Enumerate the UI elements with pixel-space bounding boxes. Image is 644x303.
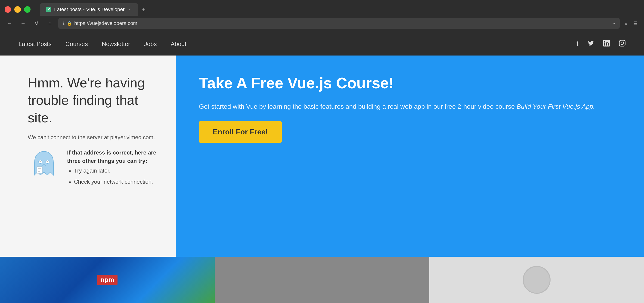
- instagram-icon[interactable]: [619, 40, 626, 48]
- error-subtext: We can't connect to the server at player…: [28, 133, 162, 142]
- facebook-icon[interactable]: f: [576, 40, 578, 48]
- error-illustration: [28, 148, 60, 181]
- maximize-traffic-light[interactable]: [24, 6, 30, 13]
- url-display: https://vuejsdevelopers.com: [74, 20, 609, 26]
- hamburger-menu-button[interactable]: ☰: [632, 19, 639, 28]
- address-bar-menu[interactable]: ···: [612, 21, 615, 26]
- thumbnail-mid: [215, 257, 429, 303]
- error-list: Try again later. Check your network conn…: [74, 165, 162, 187]
- new-tab-button[interactable]: +: [138, 4, 149, 16]
- npm-badge: npm: [97, 275, 117, 285]
- error-bold-text: If that address is correct, here are thr…: [67, 148, 162, 165]
- close-traffic-light[interactable]: [5, 6, 11, 13]
- main-content: Hmm. We're having trouble finding that s…: [0, 56, 644, 257]
- site-nav: Latest Posts Courses Newsletter Jobs Abo…: [0, 32, 644, 56]
- site-nav-right: f: [576, 40, 626, 48]
- error-heading: Hmm. We're having trouble finding that s…: [28, 74, 162, 126]
- nav-jobs[interactable]: Jobs: [144, 40, 157, 48]
- home-button[interactable]: ⌂: [45, 18, 55, 28]
- error-list-item: Check your network connection.: [74, 176, 162, 187]
- error-text-block: If that address is correct, here are thr…: [67, 148, 162, 187]
- error-list-item: Try again later.: [74, 165, 162, 176]
- twitter-icon[interactable]: [588, 40, 594, 48]
- extensions-button[interactable]: »: [623, 19, 629, 28]
- nav-about[interactable]: About: [171, 40, 186, 48]
- linkedin-icon[interactable]: [603, 40, 610, 48]
- website-content: Latest Posts Courses Newsletter Jobs Abo…: [0, 32, 644, 303]
- tab-label: Latest posts - Vue.js Developer: [54, 6, 125, 12]
- tab-favicon: V: [46, 7, 51, 12]
- thumbnail-right: [429, 257, 644, 303]
- thumbnail-npm: npm: [0, 257, 215, 303]
- toolbar: ← → ↺ ⌂ ℹ 🔒 https://vuejsdevelopers.com …: [0, 16, 644, 32]
- minimize-traffic-light[interactable]: [14, 6, 21, 13]
- nav-newsletter[interactable]: Newsletter: [102, 40, 130, 48]
- ad-panel: Take A Free Vue.js Course! Get started w…: [176, 56, 644, 257]
- enroll-button[interactable]: Enroll For Free!: [199, 121, 282, 143]
- lock-icon: 🔒: [67, 21, 72, 26]
- info-icon: ℹ: [63, 21, 64, 26]
- tab-close-button[interactable]: ×: [128, 8, 132, 12]
- error-panel: Hmm. We're having trouble finding that s…: [0, 56, 176, 257]
- forward-button[interactable]: →: [18, 18, 28, 28]
- site-nav-left: Latest Posts Courses Newsletter Jobs Abo…: [18, 40, 186, 48]
- active-tab[interactable]: V Latest posts - Vue.js Developer ×: [40, 3, 138, 16]
- toolbar-right: » ☰: [623, 19, 639, 28]
- ad-description: Get started with Vue by learning the bas…: [199, 102, 621, 112]
- thumbnails-row: npm: [0, 257, 644, 303]
- ad-title: Take A Free Vue.js Course!: [199, 74, 621, 92]
- nav-courses[interactable]: Courses: [66, 40, 88, 48]
- error-content-row: If that address is correct, here are thr…: [28, 148, 162, 187]
- traffic-lights: [5, 6, 30, 13]
- reload-button[interactable]: ↺: [32, 18, 42, 28]
- svg-point-0: [39, 160, 42, 164]
- back-button[interactable]: ←: [5, 18, 15, 28]
- address-bar[interactable]: ℹ 🔒 https://vuejsdevelopers.com ···: [58, 18, 620, 29]
- browser-chrome: V Latest posts - Vue.js Developer × + ← …: [0, 0, 644, 32]
- svg-point-1: [46, 160, 49, 164]
- tab-bar: V Latest posts - Vue.js Developer × +: [40, 3, 639, 16]
- nav-latest-posts[interactable]: Latest Posts: [18, 40, 52, 48]
